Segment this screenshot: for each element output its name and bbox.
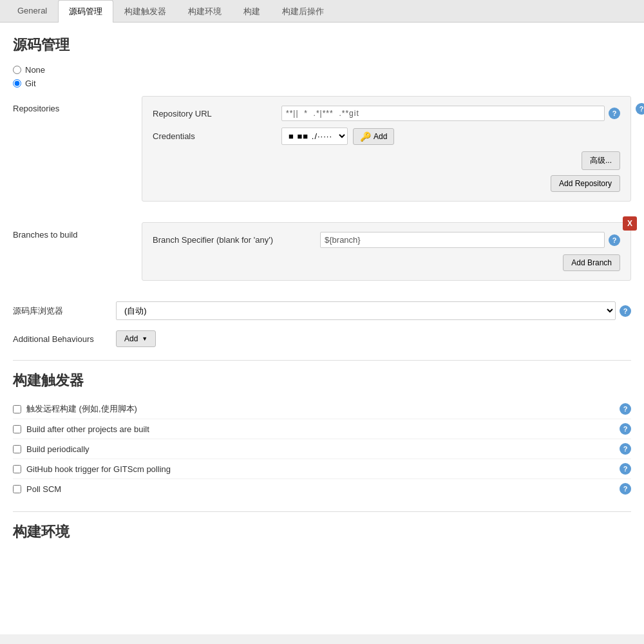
trigger-checkbox-3[interactable] <box>13 465 21 473</box>
repo-url-help-icon[interactable]: ? <box>609 108 620 119</box>
add-repository-button[interactable]: Add Repository <box>551 175 620 192</box>
additional-add-label: Add <box>124 334 138 343</box>
repo-url-input[interactable] <box>281 106 605 121</box>
trigger-label-4: Poll SCM <box>26 484 616 494</box>
advanced-btn-row: 高级... <box>153 151 620 170</box>
repositories-content: Repository URL ? Credentials ■ ■■ ./····… <box>116 96 631 212</box>
git-label: Git <box>25 79 36 88</box>
trigger-row-1: Build after other projects are built ? <box>13 419 631 439</box>
credentials-row: Credentials ■ ■■ ./····· 🔑 Add <box>153 128 620 145</box>
credentials-select[interactable]: ■ ■■ ./····· <box>281 128 348 145</box>
none-radio[interactable] <box>13 66 21 74</box>
advanced-button[interactable]: 高级... <box>582 151 620 170</box>
branches-content: X Branch Specifier (blank for 'any') ? A… <box>116 222 631 291</box>
scm-radio-group: None Git <box>13 65 631 88</box>
tab-post-build[interactable]: 构建后操作 <box>271 0 335 23</box>
tab-environment[interactable]: 构建环境 <box>177 0 232 23</box>
source-browser-select[interactable]: (自动) <box>116 301 616 320</box>
source-browser-help-icon[interactable]: ? <box>620 305 631 317</box>
advanced-button-label: 高级... <box>590 155 612 166</box>
add-branch-button[interactable]: Add Branch <box>563 254 620 271</box>
repositories-row: Repositories Repository URL ? Credential… <box>13 96 631 212</box>
additional-behaviours-label: Additional Behaviours <box>13 334 116 344</box>
repo-url-row: Repository URL ? <box>153 106 620 121</box>
tabs-bar: General 源码管理 构建触发器 构建环境 构建 构建后操作 <box>0 0 644 23</box>
trigger-row-2: Build periodically ? <box>13 439 631 459</box>
key-icon: 🔑 <box>360 131 371 142</box>
source-browser-label: 源码库浏览器 <box>13 305 116 317</box>
repositories-form: Repository URL ? Credentials ■ ■■ ./····… <box>142 96 631 202</box>
trigger-label-3: GitHub hook trigger for GITScm polling <box>26 464 616 474</box>
credentials-label: Credentials <box>153 131 281 141</box>
source-browser-row: 源码库浏览器 (自动) ? <box>13 301 631 320</box>
credentials-add-label: Add <box>374 132 387 141</box>
branch-specifier-help-icon[interactable]: ? <box>609 234 620 246</box>
source-management-title: 源码管理 <box>13 35 631 55</box>
credentials-controls: ■ ■■ ./····· 🔑 Add <box>281 128 394 145</box>
tab-general[interactable]: General <box>6 0 58 23</box>
none-radio-item[interactable]: None <box>13 65 631 75</box>
trigger-help-icon-0[interactable]: ? <box>620 403 631 415</box>
section-divider-1 <box>13 360 631 361</box>
branches-label: Branches to build <box>13 222 116 240</box>
repositories-label: Repositories <box>13 96 116 113</box>
dropdown-caret-icon: ▼ <box>142 336 147 342</box>
trigger-row-0: 触发远程构建 (例如,使用脚本) ? <box>13 399 631 419</box>
git-radio-item[interactable]: Git <box>13 79 631 88</box>
branches-form: X Branch Specifier (blank for 'any') ? A… <box>142 222 631 281</box>
page-content: 源码管理 None Git Repositories Repository UR… <box>0 23 644 634</box>
trigger-help-icon-2[interactable]: ? <box>620 443 631 455</box>
git-radio[interactable] <box>13 79 21 88</box>
build-environment-title: 构建环境 <box>13 522 631 542</box>
trigger-checkbox-4[interactable] <box>13 485 21 493</box>
repo-section-help-icon[interactable]: ? <box>636 103 644 115</box>
none-label: None <box>25 65 45 75</box>
repo-url-label: Repository URL <box>153 109 281 118</box>
add-repo-btn-row: Add Repository <box>153 175 620 192</box>
trigger-label-0: 触发远程构建 (例如,使用脚本) <box>26 403 616 415</box>
additional-behaviours-add-button[interactable]: Add ▼ <box>116 330 156 347</box>
branches-row: Branches to build X Branch Specifier (bl… <box>13 222 631 291</box>
trigger-help-icon-3[interactable]: ? <box>620 463 631 475</box>
trigger-row-4: Poll SCM ? <box>13 479 631 498</box>
build-environment-section: 构建环境 <box>13 522 631 542</box>
remove-branch-button[interactable]: X <box>623 216 637 231</box>
build-triggers-section: 构建触发器 触发远程构建 (例如,使用脚本) ? Build after oth… <box>13 371 631 498</box>
trigger-checkbox-0[interactable] <box>13 405 21 413</box>
tab-build[interactable]: 构建 <box>232 0 271 23</box>
add-branch-btn-row: Add Branch <box>153 254 620 271</box>
trigger-label-1: Build after other projects are built <box>26 424 616 434</box>
trigger-label-2: Build periodically <box>26 444 616 454</box>
trigger-row-3: GitHub hook trigger for GITScm polling ? <box>13 459 631 479</box>
tab-triggers[interactable]: 构建触发器 <box>113 0 177 23</box>
branch-specifier-input[interactable] <box>320 232 605 248</box>
credentials-add-button[interactable]: 🔑 Add <box>353 128 394 145</box>
additional-behaviours-row: Additional Behaviours Add ▼ <box>13 330 631 347</box>
trigger-help-icon-1[interactable]: ? <box>620 423 631 435</box>
tab-source[interactable]: 源码管理 <box>58 0 113 23</box>
branch-specifier-label: Branch Specifier (blank for 'any') <box>153 235 320 245</box>
section-divider-2 <box>13 511 631 512</box>
branch-specifier-row: Branch Specifier (blank for 'any') ? <box>153 232 620 248</box>
trigger-checkbox-1[interactable] <box>13 425 21 433</box>
build-triggers-title: 构建触发器 <box>13 371 631 390</box>
trigger-help-icon-4[interactable]: ? <box>620 483 631 495</box>
trigger-checkbox-2[interactable] <box>13 445 21 453</box>
